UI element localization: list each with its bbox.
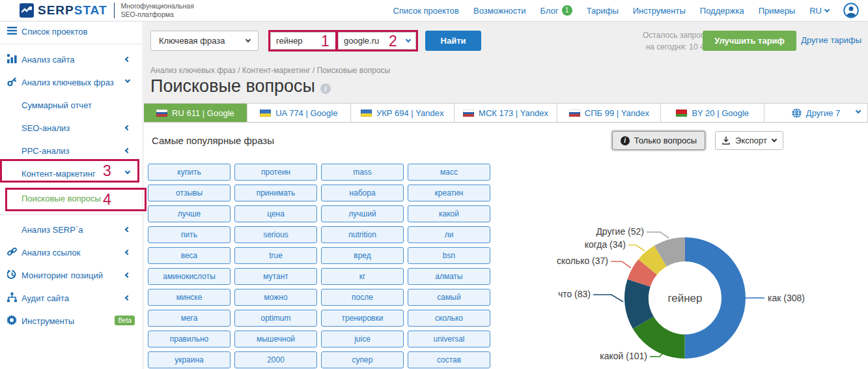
sidebar-item-ppc-analysis[interactable]: PPC-анализ: [0, 140, 143, 162]
keyword-button[interactable]: optimum: [234, 310, 317, 327]
keyword-button[interactable]: 2000: [234, 351, 317, 368]
keyword-button[interactable]: какой: [408, 205, 490, 222]
keyword-button[interactable]: мега: [148, 310, 231, 327]
tab-ukr-yandex[interactable]: УКР 694 | Yandex: [351, 104, 455, 122]
nav-item-blog[interactable]: Блог1: [540, 5, 572, 16]
keyword-button[interactable]: алматы: [408, 268, 490, 285]
keyword-button[interactable]: самый: [408, 289, 490, 306]
keyword-button[interactable]: цена: [234, 205, 317, 222]
sidebar-item-content-marketing[interactable]: Контент-маркетинг: [0, 162, 143, 185]
donut-label-сколько: сколько (37): [557, 256, 608, 266]
keyword-button[interactable]: пить: [148, 226, 231, 243]
keyword-button[interactable]: juice: [321, 331, 404, 347]
keyword-button[interactable]: universal: [408, 331, 490, 347]
keyword-button[interactable]: супер: [321, 351, 404, 368]
download-icon: [722, 136, 730, 145]
search-type-select[interactable]: Ключевая фраза: [150, 31, 259, 51]
logo[interactable]: SERPSTAT МногофункциональнаяSEO-платформ…: [0, 2, 234, 19]
nav-item-support[interactable]: Поддержка: [700, 6, 744, 16]
sidebar-item-tools[interactable]: Инструменты Beta: [0, 310, 143, 332]
sidebar-item-rank-tracking[interactable]: Мониторинг позиций: [0, 264, 143, 287]
keyword-button[interactable]: принимать: [234, 184, 317, 201]
ru-flag-icon: [463, 110, 474, 117]
export-button[interactable]: Экспорт: [715, 131, 783, 150]
keyword-button[interactable]: отзывы: [148, 184, 231, 201]
keyword-button[interactable]: true: [234, 247, 317, 264]
keyword-button[interactable]: минске: [148, 289, 231, 306]
keyword-button[interactable]: протеин: [234, 164, 317, 181]
sidebar-item-summary-report[interactable]: Суммарный отчет: [0, 94, 143, 117]
sidebar-item-serp-analysis[interactable]: Анализ SERP`a: [0, 218, 143, 241]
chevron-left-icon: [125, 250, 130, 255]
keyword-button[interactable]: масс: [408, 164, 490, 181]
keyword-button[interactable]: аминокислоты: [148, 268, 231, 285]
keyword-button[interactable]: bsn: [408, 247, 490, 264]
user-avatar[interactable]: [843, 3, 859, 18]
nav-item-features[interactable]: Возможности: [473, 6, 526, 16]
keyword-button[interactable]: можно: [234, 289, 317, 306]
sidebar-item-site-audit[interactable]: Аудит сайта: [0, 287, 143, 310]
keyword-button[interactable]: состав: [408, 351, 490, 368]
keyword-button[interactable]: nutrition: [321, 226, 404, 243]
nav-item-examples[interactable]: Примеры: [759, 6, 796, 16]
keyword-button[interactable]: мутант: [234, 268, 317, 285]
keyword-button[interactable]: веса: [148, 247, 231, 264]
keyword-button[interactable]: лучше: [148, 205, 231, 222]
by-flag-icon: [676, 110, 687, 117]
keyword-button[interactable]: сколько: [408, 310, 490, 327]
sidebar-item-seo-analysis[interactable]: SEO-анализ: [0, 117, 143, 140]
keyword-button[interactable]: тренировки: [321, 310, 404, 327]
keyword-button[interactable]: кг: [321, 268, 404, 285]
link-icon: [6, 246, 18, 259]
tab-spb-yandex[interactable]: СПБ 99 | Yandex: [557, 104, 661, 122]
other-plans-link[interactable]: Другие тарифы: [801, 35, 861, 45]
keyword-button[interactable]: купить: [148, 164, 231, 181]
sidebar-item-keyword-analysis[interactable]: Анализ ключевых фраз: [0, 71, 143, 94]
sidebar-item-backlink-analysis[interactable]: Анализ ссылок: [0, 241, 143, 264]
logo-text: SERPSTAT: [38, 3, 107, 18]
nav-item-projects[interactable]: Список проектов: [393, 6, 459, 16]
tab-other-regions[interactable]: Другие 7: [764, 104, 868, 122]
keyword-button[interactable]: вред: [321, 247, 404, 264]
logo-divider: [114, 3, 115, 18]
chevron-down-icon: [125, 78, 130, 83]
tab-by-google[interactable]: BY 20 | Google: [661, 104, 764, 122]
search-button[interactable]: Найти: [425, 31, 481, 51]
tab-msk-yandex[interactable]: МСК 173 | Yandex: [455, 104, 558, 122]
search-query-input[interactable]: [270, 32, 343, 50]
language-switcher[interactable]: RU: [809, 6, 829, 16]
keyword-button[interactable]: креатин: [408, 184, 490, 201]
keyword-button[interactable]: правильно: [148, 331, 231, 347]
hamburger-icon[interactable]: [6, 25, 18, 37]
nav-item-tools[interactable]: Инструменты: [633, 6, 686, 16]
info-icon: i: [621, 136, 630, 145]
top-nav: Список проектов Возможности Блог1 Тарифы…: [393, 3, 868, 18]
donut-leader-line: [647, 232, 669, 238]
keyword-button[interactable]: serious: [234, 226, 317, 243]
upgrade-plan-button[interactable]: Улучшить тариф: [703, 31, 796, 51]
tab-ua-google[interactable]: UA 774 | Google: [247, 104, 351, 122]
nav-item-pricing[interactable]: Тарифы: [587, 6, 619, 16]
main-area: Ключевая фраза google.ru Найти Осталось …: [144, 22, 868, 369]
sidebar-item-site-analysis[interactable]: Анализ сайта: [0, 48, 143, 71]
keyword-button[interactable]: после: [321, 289, 404, 306]
questions-donut-chart: как (308)какой (101)что (83)сколько (37)…: [502, 164, 867, 369]
info-icon[interactable]: i: [320, 83, 331, 94]
keyword-button[interactable]: ли: [408, 226, 490, 243]
keyword-button[interactable]: украина: [148, 351, 231, 368]
keyword-button[interactable]: мышечной: [234, 331, 317, 347]
donut-label-как: как (308): [768, 293, 805, 303]
keyword-button[interactable]: mass: [321, 164, 404, 181]
sidebar-item-search-questions[interactable]: Поисковые вопросы: [0, 185, 143, 211]
search-region-select[interactable]: google.ru: [338, 32, 416, 50]
page-title: Поисковые вопросы: [150, 76, 315, 96]
sidebar-divider: [0, 44, 143, 44]
sidebar-item-projects[interactable]: Список проектов: [0, 22, 143, 41]
chevron-left-icon: [125, 125, 130, 130]
key-icon: [6, 76, 18, 89]
only-questions-button[interactable]: i Только вопросы: [612, 131, 705, 150]
keyword-button[interactable]: набора: [321, 184, 404, 201]
ru-flag-icon: [569, 110, 580, 117]
tab-ru-google[interactable]: RU 611 | Google: [144, 104, 247, 122]
keyword-button[interactable]: лучший: [321, 205, 404, 222]
